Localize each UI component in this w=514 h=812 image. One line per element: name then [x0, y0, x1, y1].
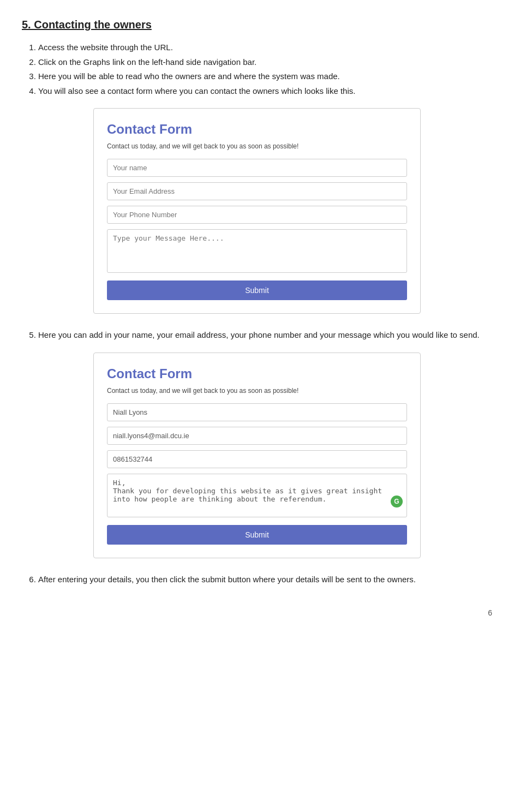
grammarly-icon: G: [391, 495, 403, 507]
form1-phone-input[interactable]: [107, 206, 407, 224]
intro-item-2: Click on the Graphs link on the left-han…: [38, 56, 492, 69]
form1-name-input[interactable]: [107, 159, 407, 177]
intro-item-1: Access the website through the URL.: [38, 41, 492, 54]
form1-email-input[interactable]: [107, 182, 407, 200]
form2-email-input[interactable]: [107, 427, 407, 445]
form2-phone-input[interactable]: [107, 450, 407, 468]
section-heading: 5. Contacting the owners: [22, 16, 492, 33]
step6-list: After entering your details, you then cl…: [38, 574, 492, 586]
form1-message-input[interactable]: [107, 229, 407, 273]
form2-heading: Contact Form: [107, 364, 407, 384]
intro-list: Access the website through the URL. Clic…: [38, 41, 492, 97]
step6-item: After entering your details, you then cl…: [38, 574, 492, 586]
intro-item-4: You will also see a contact form where y…: [38, 85, 492, 98]
contact-form-1: Contact Form Contact us today, and we wi…: [93, 108, 421, 314]
intro-item-3: Here you will be able to read who the ow…: [38, 70, 492, 83]
form2-message-input[interactable]: [107, 474, 407, 517]
form2-subtitle: Contact us today, and we will get back t…: [107, 386, 407, 396]
step5-list: Here you can add in your name, your emai…: [38, 329, 492, 342]
form2-textarea-wrapper: G: [107, 474, 407, 517]
form2-submit-button[interactable]: Submit: [107, 525, 407, 545]
contact-form-2: Contact Form Contact us today, and we wi…: [93, 353, 421, 558]
step5-item: Here you can add in your name, your emai…: [38, 329, 492, 342]
form1-submit-button[interactable]: Submit: [107, 280, 407, 300]
page-number: 6: [22, 607, 492, 619]
form2-name-input[interactable]: [107, 403, 407, 421]
form1-heading: Contact Form: [107, 120, 407, 139]
form1-subtitle: Contact us today, and we will get back t…: [107, 141, 407, 151]
